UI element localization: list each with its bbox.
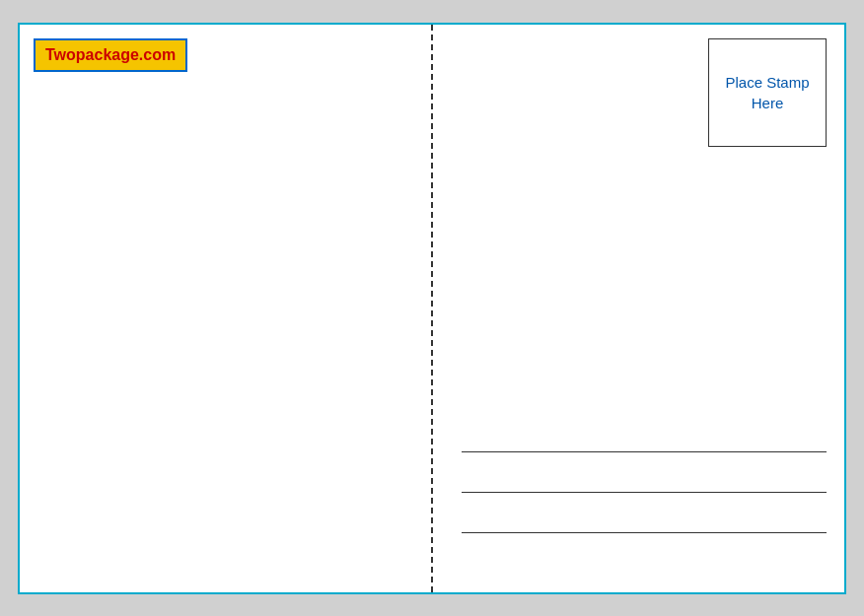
address-line-2 xyxy=(462,492,827,493)
postcard: Twopackage.com Place Stamp Here xyxy=(18,23,846,594)
address-line-3 xyxy=(462,532,827,533)
postcard-right: Place Stamp Here xyxy=(432,25,844,592)
stamp-box: Place Stamp Here xyxy=(708,38,827,147)
stamp-text: Place Stamp Here xyxy=(709,72,826,113)
postcard-left: Twopackage.com xyxy=(20,25,432,592)
address-line-1 xyxy=(462,451,827,452)
logo-text: Twopackage.com xyxy=(45,46,176,63)
logo-box: Twopackage.com xyxy=(34,38,187,72)
address-lines xyxy=(462,451,827,533)
center-divider xyxy=(431,25,433,592)
